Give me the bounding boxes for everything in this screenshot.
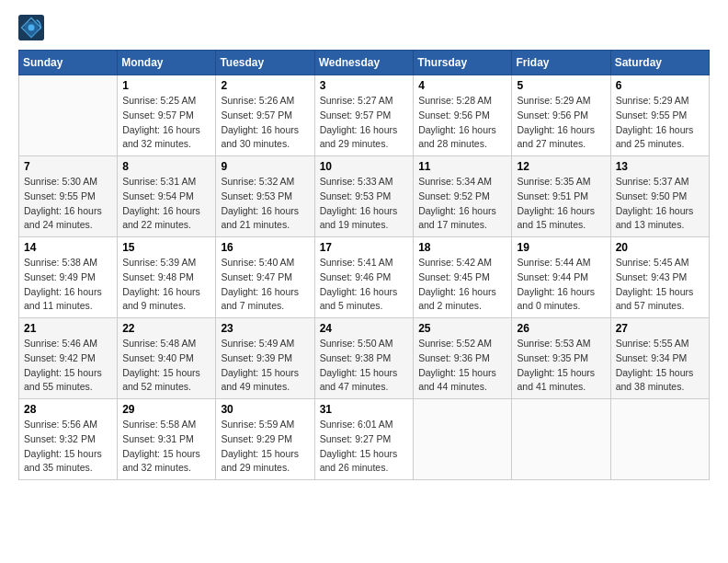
calendar-week-2: 7Sunrise: 5:30 AMSunset: 9:55 PMDaylight… — [19, 156, 710, 237]
page-header — [18, 18, 710, 40]
calendar-week-3: 14Sunrise: 5:38 AMSunset: 9:49 PMDayligh… — [19, 237, 710, 318]
calendar-cell: 30Sunrise: 5:59 AMSunset: 9:29 PMDayligh… — [216, 399, 314, 480]
day-info: Sunrise: 5:59 AMSunset: 9:29 PMDaylight:… — [221, 418, 309, 476]
day-number: 20 — [616, 241, 704, 254]
calendar-cell: 2Sunrise: 5:26 AMSunset: 9:57 PMDaylight… — [216, 75, 314, 156]
day-info: Sunrise: 5:53 AMSunset: 9:35 PMDaylight:… — [517, 337, 605, 395]
day-info: Sunrise: 5:49 AMSunset: 9:39 PMDaylight:… — [221, 337, 309, 395]
calendar-week-1: 1Sunrise: 5:25 AMSunset: 9:57 PMDaylight… — [19, 75, 710, 156]
day-number: 25 — [418, 322, 506, 335]
calendar-cell: 6Sunrise: 5:29 AMSunset: 9:55 PMDaylight… — [610, 75, 709, 156]
day-info: Sunrise: 5:56 AMSunset: 9:32 PMDaylight:… — [24, 418, 112, 476]
day-number: 2 — [221, 79, 309, 92]
day-info: Sunrise: 5:40 AMSunset: 9:47 PMDaylight:… — [221, 256, 309, 314]
day-header-wednesday: Wednesday — [314, 51, 414, 75]
calendar-cell: 14Sunrise: 5:38 AMSunset: 9:49 PMDayligh… — [19, 237, 118, 318]
logo — [18, 18, 48, 40]
day-number: 11 — [418, 160, 506, 173]
calendar-cell: 24Sunrise: 5:50 AMSunset: 9:38 PMDayligh… — [314, 318, 414, 399]
day-info: Sunrise: 5:45 AMSunset: 9:43 PMDaylight:… — [616, 256, 704, 314]
day-number: 28 — [24, 403, 112, 416]
calendar-cell: 26Sunrise: 5:53 AMSunset: 9:35 PMDayligh… — [512, 318, 610, 399]
day-number: 27 — [616, 322, 704, 335]
day-number: 12 — [517, 160, 605, 173]
day-info: Sunrise: 5:38 AMSunset: 9:49 PMDaylight:… — [24, 256, 112, 314]
day-info: Sunrise: 5:46 AMSunset: 9:42 PMDaylight:… — [24, 337, 112, 395]
day-info: Sunrise: 5:50 AMSunset: 9:38 PMDaylight:… — [320, 337, 409, 395]
day-number: 16 — [221, 241, 309, 254]
day-number: 22 — [122, 322, 210, 335]
day-info: Sunrise: 5:26 AMSunset: 9:57 PMDaylight:… — [221, 94, 309, 152]
calendar-cell: 19Sunrise: 5:44 AMSunset: 9:44 PMDayligh… — [512, 237, 610, 318]
day-info: Sunrise: 5:41 AMSunset: 9:46 PMDaylight:… — [320, 256, 409, 314]
day-number: 18 — [418, 241, 506, 254]
day-number: 31 — [320, 403, 409, 416]
day-info: Sunrise: 5:52 AMSunset: 9:36 PMDaylight:… — [418, 337, 506, 395]
calendar-cell: 4Sunrise: 5:28 AMSunset: 9:56 PMDaylight… — [414, 75, 512, 156]
calendar-cell: 28Sunrise: 5:56 AMSunset: 9:32 PMDayligh… — [19, 399, 118, 480]
day-info: Sunrise: 5:28 AMSunset: 9:56 PMDaylight:… — [418, 94, 506, 152]
calendar-cell: 9Sunrise: 5:32 AMSunset: 9:53 PMDaylight… — [216, 156, 314, 237]
day-info: Sunrise: 5:31 AMSunset: 9:54 PMDaylight:… — [122, 175, 210, 233]
day-header-sunday: Sunday — [19, 51, 118, 75]
calendar-cell: 27Sunrise: 5:55 AMSunset: 9:34 PMDayligh… — [610, 318, 709, 399]
calendar-cell — [414, 399, 512, 480]
day-number: 9 — [221, 160, 309, 173]
day-info: Sunrise: 5:48 AMSunset: 9:40 PMDaylight:… — [122, 337, 210, 395]
day-number: 8 — [122, 160, 210, 173]
calendar-cell: 16Sunrise: 5:40 AMSunset: 9:47 PMDayligh… — [216, 237, 314, 318]
calendar-body: 1Sunrise: 5:25 AMSunset: 9:57 PMDaylight… — [19, 75, 710, 480]
day-header-friday: Friday — [512, 51, 610, 75]
day-info: Sunrise: 5:29 AMSunset: 9:56 PMDaylight:… — [517, 94, 605, 152]
day-info: Sunrise: 5:44 AMSunset: 9:44 PMDaylight:… — [517, 256, 605, 314]
calendar-cell: 3Sunrise: 5:27 AMSunset: 9:57 PMDaylight… — [314, 75, 414, 156]
calendar-header: SundayMondayTuesdayWednesdayThursdayFrid… — [19, 51, 710, 75]
day-number: 29 — [122, 403, 210, 416]
day-number: 15 — [122, 241, 210, 254]
calendar-week-4: 21Sunrise: 5:46 AMSunset: 9:42 PMDayligh… — [19, 318, 710, 399]
calendar-cell: 7Sunrise: 5:30 AMSunset: 9:55 PMDaylight… — [19, 156, 118, 237]
day-number: 30 — [221, 403, 309, 416]
day-number: 5 — [517, 79, 605, 92]
day-number: 6 — [616, 79, 704, 92]
day-number: 19 — [517, 241, 605, 254]
day-number: 21 — [24, 322, 112, 335]
day-header-monday: Monday — [118, 51, 216, 75]
calendar-cell — [512, 399, 610, 480]
calendar-cell: 10Sunrise: 5:33 AMSunset: 9:53 PMDayligh… — [314, 156, 414, 237]
day-info: Sunrise: 5:25 AMSunset: 9:57 PMDaylight:… — [122, 94, 210, 152]
calendar-cell: 22Sunrise: 5:48 AMSunset: 9:40 PMDayligh… — [118, 318, 216, 399]
day-info: Sunrise: 5:27 AMSunset: 9:57 PMDaylight:… — [320, 94, 409, 152]
calendar-cell: 17Sunrise: 5:41 AMSunset: 9:46 PMDayligh… — [314, 237, 414, 318]
day-info: Sunrise: 5:29 AMSunset: 9:55 PMDaylight:… — [616, 94, 704, 152]
day-info: Sunrise: 5:42 AMSunset: 9:45 PMDaylight:… — [418, 256, 506, 314]
calendar-cell: 25Sunrise: 5:52 AMSunset: 9:36 PMDayligh… — [414, 318, 512, 399]
calendar-cell: 5Sunrise: 5:29 AMSunset: 9:56 PMDaylight… — [512, 75, 610, 156]
day-number: 14 — [24, 241, 112, 254]
day-info: Sunrise: 5:39 AMSunset: 9:48 PMDaylight:… — [122, 256, 210, 314]
day-number: 13 — [616, 160, 704, 173]
day-info: Sunrise: 6:01 AMSunset: 9:27 PMDaylight:… — [320, 418, 409, 476]
calendar-cell: 1Sunrise: 5:25 AMSunset: 9:57 PMDaylight… — [118, 75, 216, 156]
calendar-cell: 11Sunrise: 5:34 AMSunset: 9:52 PMDayligh… — [414, 156, 512, 237]
calendar-cell: 15Sunrise: 5:39 AMSunset: 9:48 PMDayligh… — [118, 237, 216, 318]
day-number: 1 — [122, 79, 210, 92]
calendar-week-5: 28Sunrise: 5:56 AMSunset: 9:32 PMDayligh… — [19, 399, 710, 480]
day-header-tuesday: Tuesday — [216, 51, 314, 75]
day-number: 3 — [320, 79, 409, 92]
calendar-cell: 18Sunrise: 5:42 AMSunset: 9:45 PMDayligh… — [414, 237, 512, 318]
calendar-cell — [610, 399, 709, 480]
day-number: 24 — [320, 322, 409, 335]
day-info: Sunrise: 5:37 AMSunset: 9:50 PMDaylight:… — [616, 175, 704, 233]
day-info: Sunrise: 5:33 AMSunset: 9:53 PMDaylight:… — [320, 175, 409, 233]
calendar-cell: 29Sunrise: 5:58 AMSunset: 9:31 PMDayligh… — [118, 399, 216, 480]
day-number: 10 — [320, 160, 409, 173]
calendar-cell: 13Sunrise: 5:37 AMSunset: 9:50 PMDayligh… — [610, 156, 709, 237]
day-header-thursday: Thursday — [414, 51, 512, 75]
day-info: Sunrise: 5:30 AMSunset: 9:55 PMDaylight:… — [24, 175, 112, 233]
day-number: 23 — [221, 322, 309, 335]
calendar-cell: 12Sunrise: 5:35 AMSunset: 9:51 PMDayligh… — [512, 156, 610, 237]
calendar-cell: 23Sunrise: 5:49 AMSunset: 9:39 PMDayligh… — [216, 318, 314, 399]
day-info: Sunrise: 5:35 AMSunset: 9:51 PMDaylight:… — [517, 175, 605, 233]
day-info: Sunrise: 5:32 AMSunset: 9:53 PMDaylight:… — [221, 175, 309, 233]
